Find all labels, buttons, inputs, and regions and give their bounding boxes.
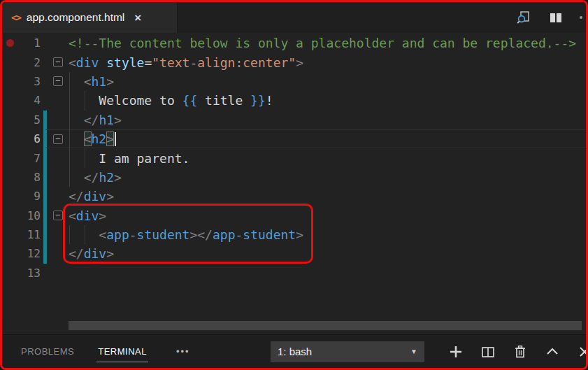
tab-problems[interactable]: PROBLEMS bbox=[21, 335, 74, 368]
annotated-screenshot-frame: <> app.component.html × bbox=[0, 0, 588, 370]
code-token: = bbox=[144, 55, 152, 70]
open-preview-icon[interactable] bbox=[515, 9, 532, 26]
breakpoint-gutter[interactable] bbox=[2, 206, 17, 225]
split-editor-icon[interactable] bbox=[547, 9, 564, 26]
breakpoint-gutter[interactable] bbox=[2, 91, 17, 110]
code-editor[interactable]: 1<!--The content below is only a placeho… bbox=[2, 33, 586, 334]
text-cursor bbox=[115, 132, 116, 146]
breakpoint-gutter[interactable] bbox=[2, 148, 17, 167]
breakpoint-gutter[interactable] bbox=[2, 244, 17, 263]
maximize-panel-icon[interactable] bbox=[544, 343, 561, 360]
code-text[interactable]: </div> bbox=[69, 244, 586, 263]
line-number: 1 bbox=[17, 36, 41, 50]
code-line: 12</div> bbox=[2, 244, 586, 263]
fold-gutter: − bbox=[47, 52, 69, 71]
code-token: div bbox=[76, 55, 99, 70]
line-number: 2 bbox=[17, 56, 41, 69]
new-terminal-icon[interactable] bbox=[447, 343, 464, 360]
indent-guide bbox=[69, 72, 70, 91]
code-token: > bbox=[106, 74, 114, 89]
code-token bbox=[99, 55, 106, 70]
breakpoint-gutter[interactable] bbox=[2, 187, 17, 206]
change-gutter bbox=[41, 52, 47, 71]
code-text[interactable]: <h2> bbox=[69, 129, 586, 148]
line-number: 6 bbox=[17, 132, 41, 145]
tab-terminal[interactable]: TERMINAL bbox=[98, 335, 147, 368]
code-text[interactable]: <app-student></app-student> bbox=[69, 225, 586, 244]
code-token: div bbox=[76, 208, 99, 223]
tab-app-component-html[interactable]: <> app.component.html × bbox=[2, 2, 178, 33]
close-tab-icon[interactable]: × bbox=[134, 12, 141, 24]
breakpoint-gutter[interactable] bbox=[2, 111, 17, 129]
code-token: "text-align:center" bbox=[152, 55, 296, 70]
fold-icon[interactable]: − bbox=[53, 76, 63, 86]
code-text[interactable]: </h2> bbox=[69, 168, 586, 187]
code-token: < bbox=[84, 131, 92, 146]
code-token: < bbox=[69, 55, 76, 70]
line-number: 10 bbox=[17, 209, 41, 222]
html-file-icon: <> bbox=[11, 12, 20, 23]
split-terminal-icon[interactable] bbox=[480, 343, 496, 360]
code-line: 8 </h2> bbox=[2, 168, 586, 187]
fold-gutter: − bbox=[47, 129, 69, 148]
code-token bbox=[69, 170, 84, 185]
breakpoint-gutter[interactable] bbox=[2, 225, 17, 244]
code-text[interactable]: <!--The content below is only a placehol… bbox=[69, 34, 586, 52]
code-text[interactable]: Welcome to {{ title }}! bbox=[69, 91, 586, 110]
change-gutter bbox=[41, 72, 47, 91]
line-number: 8 bbox=[17, 171, 41, 184]
more-actions-icon[interactable] bbox=[580, 16, 582, 19]
code-token: div bbox=[84, 189, 107, 204]
code-token: > bbox=[296, 55, 303, 70]
code-token: > bbox=[106, 131, 114, 146]
breakpoint-gutter[interactable] bbox=[2, 52, 17, 71]
code-token: ! bbox=[266, 93, 273, 108]
code-text[interactable] bbox=[69, 264, 586, 283]
line-number: 13 bbox=[17, 266, 41, 280]
code-text[interactable]: <h1> bbox=[69, 72, 586, 91]
panel-more-icon[interactable]: ••• bbox=[176, 346, 190, 357]
close-panel-icon[interactable] bbox=[576, 343, 586, 360]
code-token: </ bbox=[84, 113, 99, 127]
code-token: < bbox=[69, 208, 76, 223]
code-text[interactable]: </h1> bbox=[69, 111, 586, 129]
breakpoint-icon[interactable] bbox=[6, 39, 14, 47]
bottom-panel: PROBLEMS TERMINAL ••• 1: bash ▼ bbox=[2, 334, 586, 368]
code-text[interactable]: </div> bbox=[69, 187, 586, 206]
code-token bbox=[69, 131, 84, 146]
code-token: > bbox=[114, 113, 122, 127]
fold-gutter: − bbox=[47, 206, 69, 225]
code-token: }} bbox=[250, 93, 266, 108]
code-line: 10−<div> bbox=[2, 206, 586, 225]
breakpoint-gutter[interactable] bbox=[2, 129, 17, 148]
code-line: 11 <app-student></app-student> bbox=[2, 225, 586, 244]
breakpoint-gutter[interactable] bbox=[2, 168, 17, 187]
terminal-select[interactable]: 1: bash ▼ bbox=[271, 341, 424, 362]
code-token: h1 bbox=[99, 113, 114, 127]
code-text[interactable]: <div> bbox=[69, 206, 586, 225]
code-lines: 1<!--The content below is only a placeho… bbox=[2, 33, 586, 283]
code-token: > bbox=[189, 227, 197, 242]
fold-gutter bbox=[47, 225, 69, 244]
vscode-window: <> app.component.html × bbox=[0, 0, 588, 370]
code-text[interactable]: <div style="text-align:center"> bbox=[69, 52, 586, 71]
horizontal-scrollbar[interactable] bbox=[69, 321, 582, 330]
fold-icon[interactable]: − bbox=[53, 57, 63, 67]
indent-guide bbox=[69, 111, 70, 129]
indent-guide bbox=[69, 225, 70, 244]
breakpoint-gutter[interactable] bbox=[2, 72, 17, 91]
fold-gutter: − bbox=[47, 72, 69, 91]
kill-terminal-icon[interactable] bbox=[512, 343, 529, 360]
breakpoint-gutter[interactable] bbox=[2, 34, 17, 52]
code-text[interactable]: I am parent. bbox=[69, 148, 586, 167]
change-gutter bbox=[41, 34, 47, 52]
breakpoint-gutter[interactable] bbox=[2, 264, 17, 283]
indent-guide bbox=[69, 91, 70, 110]
fold-icon[interactable]: − bbox=[53, 211, 63, 220]
code-token: title bbox=[197, 93, 250, 108]
change-gutter bbox=[41, 148, 47, 167]
code-token: < bbox=[84, 74, 92, 89]
change-gutter bbox=[41, 91, 47, 110]
fold-icon[interactable]: − bbox=[53, 134, 63, 144]
code-token: > bbox=[99, 208, 106, 223]
